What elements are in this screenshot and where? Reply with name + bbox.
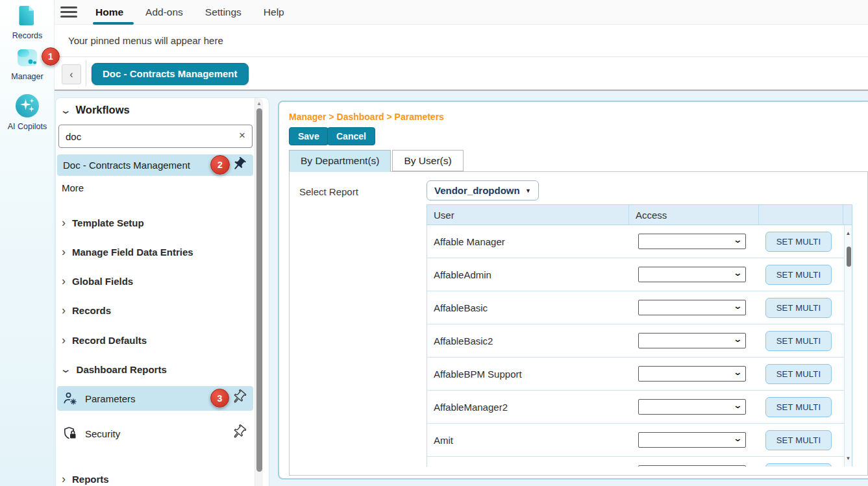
set-multi-button[interactable]: SET MULTI <box>765 232 832 252</box>
report-dropdown[interactable]: Vendor_dropdown ▼ <box>427 180 539 200</box>
workflows-title: Workflows <box>76 104 130 116</box>
select-caret-icon: ⌄ <box>733 433 742 443</box>
select-caret-icon: ⌄ <box>733 235 742 245</box>
table-row: AffableAdmin ⌄ SET MULTI <box>427 258 852 291</box>
select-caret-icon: ⌄ <box>733 367 742 377</box>
set-multi-button[interactable]: SET MULTI <box>765 331 832 351</box>
menu-item-help[interactable]: Help <box>264 0 284 25</box>
chevron-down-icon: ⌄ <box>60 363 72 375</box>
table-row: AffableBasic ⌄ SET MULTI <box>427 291 852 324</box>
shield-lock-icon <box>62 426 78 441</box>
scroll-up-icon[interactable]: ▲ <box>255 101 263 106</box>
report-dropdown-value: Vendor_dropdown <box>434 185 520 196</box>
set-multi-button[interactable]: SET MULTI <box>765 298 832 318</box>
step-badge-3: 3 <box>210 389 229 407</box>
column-header-user: User <box>427 205 629 225</box>
hamburger-menu-icon[interactable] <box>60 6 77 18</box>
chevron-right-icon: › <box>62 473 66 485</box>
table-row: Affable Manager ⌄ SET MULTI <box>427 225 852 258</box>
menu-items: Home Add-ons Settings Help <box>95 0 284 25</box>
chevron-right-icon: › <box>62 217 66 228</box>
breadcrumb: Manager > Dashboard > Parameters <box>289 112 444 122</box>
access-select[interactable]: ⌄ <box>638 399 746 415</box>
rail-label-ai-copilots: AI Copilots <box>0 122 55 131</box>
set-multi-button[interactable]: SET MULTI <box>765 364 832 384</box>
save-button[interactable]: Save <box>289 127 329 145</box>
set-multi-button[interactable]: SET MULTI <box>765 430 832 450</box>
manager-app-icon <box>16 48 39 68</box>
records-file-icon <box>18 4 37 27</box>
workflow-search-input[interactable] <box>59 125 252 147</box>
sidebar-item-security[interactable]: Security <box>57 421 253 446</box>
back-button[interactable]: ‹ <box>62 64 81 84</box>
menu-item-home[interactable]: Home <box>95 0 123 25</box>
select-caret-icon: ⌄ <box>733 301 742 311</box>
pin-outline-icon[interactable] <box>231 424 247 443</box>
cancel-button[interactable]: Cancel <box>327 127 375 145</box>
menu-item-settings[interactable]: Settings <box>205 0 242 25</box>
table-row: AffableManager2 ⌄ SET MULTI <box>427 391 852 424</box>
tab-content-panel: Select Report Vendor_dropdown ▼ User Acc… <box>289 171 868 476</box>
access-select[interactable]: ⌄ <box>638 267 746 282</box>
more-link[interactable]: More <box>62 182 84 193</box>
workflows-sidebar-panel: ⌄ Workflows × Doc - Contracts Management… <box>55 97 269 486</box>
set-multi-button[interactable]: SET MULTI <box>765 265 832 285</box>
pin-outline-icon[interactable] <box>231 389 247 407</box>
access-select[interactable]: ⌄ <box>638 300 746 315</box>
users-access-table: User Access Affable Manager ⌄ SET MULTI … <box>427 204 852 467</box>
select-report-label: Select Report <box>299 186 358 197</box>
table-row: Amit ⌄ SET MULTI <box>427 424 852 457</box>
user-gear-icon <box>62 391 78 406</box>
sidebar-item-records[interactable]: › Records <box>62 304 111 316</box>
column-header-scroll <box>843 205 852 225</box>
sidebar-item-dashboard-reports[interactable]: ⌄ Dashboard Reports <box>62 363 167 375</box>
workflows-section-header[interactable]: ⌄ Workflows <box>62 104 130 116</box>
tab-by-users[interactable]: By User(s) <box>392 150 463 171</box>
table-scrollbar-thumb[interactable] <box>847 247 851 267</box>
chevron-right-icon: › <box>62 275 66 287</box>
user-name: AffableManager2 <box>427 402 629 413</box>
sidebar-item-reports[interactable]: › Reports <box>62 473 109 485</box>
access-select[interactable]: ⌄ <box>638 333 746 348</box>
tab-by-departments[interactable]: By Department(s) <box>289 150 391 172</box>
top-menu-bar: Home Add-ons Settings Help <box>55 0 868 25</box>
active-workflow-tab[interactable]: Doc - Contracts Management <box>92 63 249 85</box>
access-select[interactable]: ⌄ <box>638 234 746 249</box>
app-window: Records Manager <box>0 0 868 486</box>
scroll-down-icon[interactable]: ▼ <box>845 456 852 461</box>
select-caret-icon: ⌄ <box>733 400 742 410</box>
column-header-actions <box>759 205 843 225</box>
set-multi-button[interactable]: SET MULTI <box>765 397 832 417</box>
chevron-right-icon: › <box>62 246 66 258</box>
column-header-access: Access <box>629 205 759 225</box>
pin-filled-icon[interactable] <box>231 156 247 175</box>
select-caret-icon: ⌄ <box>733 268 742 278</box>
access-select[interactable]: ⌄ <box>638 366 746 382</box>
table-row: AffableBPM Support ⌄ SET MULTI <box>427 358 852 391</box>
sidebar-scrollbar-thumb[interactable] <box>256 108 262 472</box>
left-icon-rail: Records Manager <box>0 0 55 486</box>
user-name: Affable Manager <box>427 236 629 247</box>
chevron-right-icon: › <box>62 334 66 346</box>
sidebar-item-manage-field-data-entries[interactable]: › Manage Field Data Entries <box>62 246 193 258</box>
workflow-tab-strip: ‹ Doc - Contracts Management <box>55 57 868 91</box>
rail-item-ai-copilots[interactable]: AI Copilots <box>0 93 55 131</box>
table-row: Anushree Chandak ⌄ SET MULTI <box>427 457 852 467</box>
menu-item-addons[interactable]: Add-ons <box>145 0 183 25</box>
sidebar-item-global-fields[interactable]: › Global Fields <box>62 275 133 287</box>
sidebar-scrollbar[interactable]: ▲ <box>254 98 263 486</box>
pinned-menus-bar: Your pinned menus will appear here <box>55 25 868 57</box>
select-caret-icon: ⌄ <box>733 334 742 344</box>
rail-item-records[interactable]: Records <box>0 4 55 40</box>
access-select[interactable]: ⌄ <box>638 465 746 467</box>
search-clear-icon[interactable]: × <box>239 129 245 142</box>
sidebar-item-record-defaults[interactable]: › Record Defaults <box>62 334 147 346</box>
dropdown-caret-icon: ▼ <box>525 188 531 194</box>
table-scrollbar[interactable]: ▲ ▼ <box>844 225 852 467</box>
access-select[interactable]: ⌄ <box>638 432 746 448</box>
user-name: AffableBasic2 <box>427 335 629 346</box>
scroll-up-icon[interactable]: ▲ <box>845 230 852 236</box>
sidebar-item-template-setup[interactable]: › Template Setup <box>62 217 144 228</box>
main-panel: Manager > Dashboard > Parameters Save Ca… <box>278 101 868 480</box>
set-multi-button[interactable]: SET MULTI <box>765 463 832 467</box>
